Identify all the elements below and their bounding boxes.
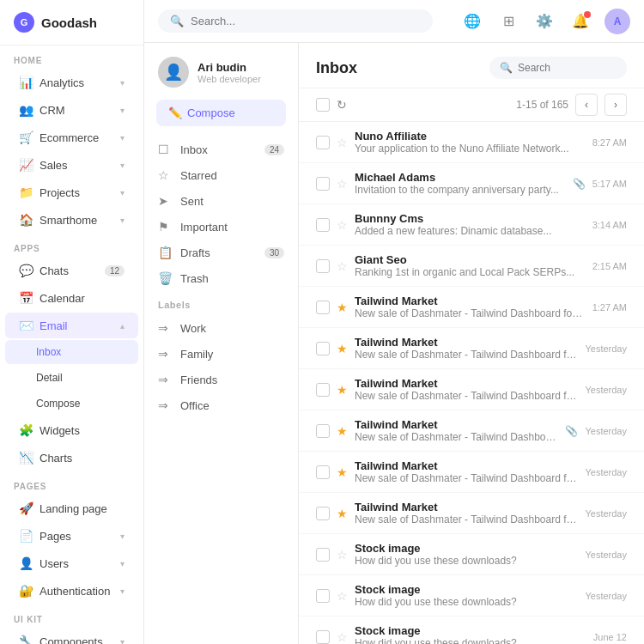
email-sender: Michael Adams: [355, 171, 566, 184]
star-icon[interactable]: ☆: [337, 218, 348, 232]
sidebar-item-widgets[interactable]: 🧩 Widgets: [5, 417, 138, 443]
sidebar-item-ecommerce[interactable]: 🛒 Ecommerce ▾: [5, 125, 138, 150]
inbox-search-input[interactable]: [518, 62, 617, 74]
widgets-icon: 🧩: [19, 423, 33, 437]
sidebar-item-components[interactable]: 🔧 Components ▾: [5, 629, 138, 644]
label-office[interactable]: ⇒ Office: [144, 392, 298, 418]
search-bar[interactable]: 🔍: [158, 9, 433, 33]
sidebar-item-sales[interactable]: 📈 Sales ▾: [5, 152, 138, 178]
translate-icon[interactable]: 🌐: [460, 9, 484, 33]
email-checkbox[interactable]: [316, 589, 330, 603]
star-icon[interactable]: ☆: [337, 136, 348, 149]
grid-icon[interactable]: ⊞: [496, 9, 520, 33]
email-menu-trash[interactable]: 🗑️ Trash: [144, 265, 298, 291]
email-checkbox[interactable]: [316, 507, 330, 520]
email-info: Tailwind Market New sale of Dashmater - …: [355, 336, 578, 361]
email-row[interactable]: ☆ Stock image How did you use these down…: [299, 534, 644, 575]
email-menu-inbox[interactable]: ☐ Inbox 24: [144, 137, 298, 162]
sidebar-item-smarthome[interactable]: 🏠 Smarthome ▾: [5, 207, 138, 233]
sidebar-subitem-detail[interactable]: Detail: [5, 366, 138, 390]
email-checkbox[interactable]: [316, 259, 330, 273]
compose-button[interactable]: ✏️ Compose: [156, 100, 286, 126]
email-info: Tailwind Market New sale of Dashmater - …: [355, 418, 558, 443]
email-checkbox[interactable]: [316, 218, 330, 232]
sidebar-subitem-compose[interactable]: Compose: [5, 392, 138, 416]
star-icon[interactable]: ☆: [337, 589, 348, 603]
email-menu-important[interactable]: ⚑ Important: [144, 214, 298, 240]
sidebar-subitem-inbox[interactable]: Inbox: [5, 340, 138, 364]
email-checkbox[interactable]: [316, 342, 330, 355]
smarthome-icon: 🏠: [19, 213, 33, 227]
star-icon[interactable]: ★: [337, 301, 348, 314]
star-icon[interactable]: ★: [337, 342, 348, 355]
star-icon[interactable]: ★: [337, 507, 348, 520]
drafts-icon: 📋: [158, 246, 172, 259]
star-icon[interactable]: ☆: [337, 548, 348, 562]
inbox-search-bar[interactable]: 🔍: [489, 57, 627, 79]
email-info: Michael Adams Invitation to the company …: [355, 171, 566, 196]
email-row[interactable]: ☆ Stock image How did you use these down…: [299, 575, 644, 617]
next-page-button[interactable]: ›: [605, 94, 627, 116]
sidebar-item-email[interactable]: ✉️ Email ▴: [5, 313, 138, 338]
email-row[interactable]: ★ Tailwind Market New sale of Dashmater …: [299, 493, 644, 534]
notification-icon[interactable]: 🔔: [568, 9, 592, 33]
email-row[interactable]: ☆ Bunnny Cms Added a new features: Dinam…: [299, 204, 644, 246]
email-checkbox[interactable]: [316, 630, 330, 644]
star-icon[interactable]: ★: [337, 465, 348, 479]
email-row[interactable]: ★ Tailwind Market New sale of Dashmater …: [299, 287, 644, 328]
select-all-checkbox[interactable]: [316, 98, 330, 112]
email-checkbox[interactable]: [316, 383, 330, 397]
sidebar-item-pages[interactable]: 📄 Pages ▾: [5, 523, 138, 549]
email-checkbox[interactable]: [316, 548, 330, 562]
sidebar-item-authentication[interactable]: 🔐 Authentication ▾: [5, 578, 138, 604]
label-friends[interactable]: ⇒ Friends: [144, 367, 298, 392]
email-row[interactable]: ☆ Nuno Affiliate Your application to the…: [299, 122, 644, 163]
email-row[interactable]: ☆ Giant Seo Ranking 1st in organic and L…: [299, 246, 644, 287]
email-checkbox[interactable]: [316, 177, 330, 191]
chevron-down-icon: ▾: [120, 532, 125, 541]
email-row[interactable]: ★ Tailwind Market New sale of Dashmater …: [299, 328, 644, 369]
email-row[interactable]: ★ Tailwind Market New sale of Dashmater …: [299, 452, 644, 493]
refresh-icon[interactable]: ↻: [337, 98, 347, 112]
email-row[interactable]: ☆ Stock image How did you use these down…: [299, 617, 644, 644]
email-menu-starred[interactable]: ☆ Starred: [144, 162, 298, 188]
chats-badge: 12: [105, 265, 125, 276]
sidebar-item-landing[interactable]: 🚀 Landing page: [5, 495, 138, 521]
email-row[interactable]: ☆ Michael Adams Invitation to the compan…: [299, 163, 644, 204]
email-checkbox[interactable]: [316, 301, 330, 314]
sidebar-item-analytics[interactable]: 📊 Analytics ▾: [5, 70, 138, 95]
email-time: Yesterday: [585, 426, 627, 436]
charts-icon: 📉: [19, 451, 33, 465]
email-time: 5:17 AM: [592, 179, 627, 189]
star-icon[interactable]: ☆: [337, 177, 348, 191]
sidebar-item-projects[interactable]: 📁 Projects ▾: [5, 179, 138, 205]
user-role: Web developer: [197, 74, 261, 84]
label-work[interactable]: ⇒ Work: [144, 315, 298, 341]
email-sender: Tailwind Market: [355, 295, 586, 307]
attachment-icon: 📎: [565, 425, 578, 437]
sidebar-item-charts[interactable]: 📉 Charts: [5, 445, 138, 471]
email-row[interactable]: ★ Tailwind Market New sale of Dashmater …: [299, 369, 644, 410]
star-icon[interactable]: ★: [337, 383, 348, 397]
star-icon[interactable]: ☆: [337, 630, 348, 644]
email-checkbox[interactable]: [316, 465, 330, 479]
label-icon: ⇒: [158, 321, 172, 335]
sidebar-item-calendar[interactable]: 📅 Calendar: [5, 285, 138, 311]
email-row[interactable]: ★ Tailwind Market New sale of Dashmater …: [299, 410, 644, 452]
email-sender: Stock image: [355, 542, 578, 555]
email-menu-drafts[interactable]: 📋 Drafts 30: [144, 240, 298, 265]
sidebar-item-crm[interactable]: 👥 CRM ▾: [5, 97, 138, 123]
email-menu-sent[interactable]: ➤ Sent: [144, 188, 298, 214]
sidebar-item-chats[interactable]: 💬 Chats 12: [5, 258, 138, 283]
label-family[interactable]: ⇒ Family: [144, 341, 298, 367]
email-checkbox[interactable]: [316, 424, 330, 438]
sidebar-item-users[interactable]: 👤 Users ▾: [5, 550, 138, 576]
avatar[interactable]: A: [605, 9, 630, 34]
search-input[interactable]: [191, 15, 421, 27]
star-icon[interactable]: ★: [337, 424, 348, 438]
prev-page-button[interactable]: ‹: [575, 94, 598, 116]
calendar-icon: 📅: [19, 291, 33, 305]
star-icon[interactable]: ☆: [337, 259, 348, 273]
settings-icon[interactable]: ⚙️: [532, 9, 556, 33]
email-checkbox[interactable]: [316, 136, 330, 149]
